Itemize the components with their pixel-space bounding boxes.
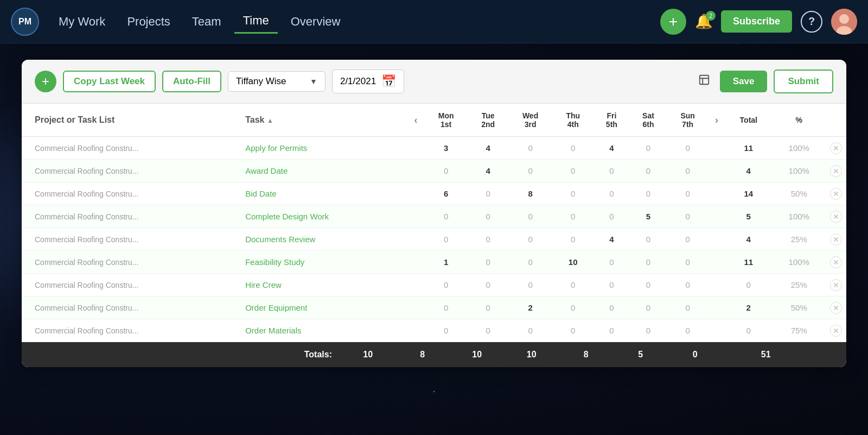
wed-cell[interactable]: 2 — [508, 297, 553, 319]
tue-cell[interactable]: 0 — [468, 297, 508, 319]
thu-cell[interactable]: 0 — [553, 228, 593, 251]
subscribe-button[interactable]: Subscribe — [721, 10, 792, 33]
copy-last-week-button[interactable]: Copy Last Week — [63, 71, 156, 92]
thu-cell[interactable]: 0 — [553, 205, 593, 228]
sun-cell[interactable]: 0 — [667, 228, 709, 251]
remove-row-button[interactable]: ✕ — [830, 211, 842, 223]
task-link[interactable]: Apply for Permits — [245, 143, 307, 153]
remove-row-button[interactable]: ✕ — [830, 188, 842, 200]
task-link[interactable]: Complete Design Work — [245, 212, 329, 221]
nav-link-projects[interactable]: Projects — [118, 10, 178, 33]
sort-arrow-icon[interactable]: ▲ — [267, 117, 273, 124]
sun-cell[interactable]: 0 — [667, 319, 709, 342]
export-button[interactable] — [695, 71, 713, 92]
date-field[interactable]: 2/1/2021 📅 — [332, 70, 404, 93]
thu-cell[interactable]: 10 — [553, 251, 593, 274]
toolbar-add-button[interactable]: + — [35, 71, 56, 92]
sat-cell[interactable]: 0 — [630, 137, 667, 160]
fri-cell[interactable]: 0 — [593, 182, 630, 205]
fri-cell[interactable]: 0 — [593, 274, 630, 297]
mon-cell[interactable]: 0 — [424, 228, 468, 251]
sat-cell[interactable]: 0 — [630, 160, 667, 182]
task-link[interactable]: Hire Crew — [245, 280, 282, 289]
auto-fill-button[interactable]: Auto-Fill — [162, 71, 221, 92]
task-link[interactable]: Bid Date — [245, 189, 277, 198]
wed-cell[interactable]: 0 — [508, 251, 553, 274]
fri-cell[interactable]: 0 — [593, 319, 630, 342]
fri-cell[interactable]: 0 — [593, 251, 630, 274]
app-logo[interactable]: PM — [11, 8, 39, 36]
mon-cell[interactable]: 0 — [424, 297, 468, 319]
tue-cell[interactable]: 0 — [468, 319, 508, 342]
sun-cell[interactable]: 0 — [667, 251, 709, 274]
sat-cell[interactable]: 0 — [630, 182, 667, 205]
remove-row-button[interactable]: ✕ — [830, 256, 842, 268]
task-link[interactable]: Documents Review — [245, 235, 315, 244]
tue-cell[interactable]: 0 — [468, 251, 508, 274]
fri-cell[interactable]: 0 — [593, 297, 630, 319]
wed-cell[interactable]: 0 — [508, 205, 553, 228]
sat-cell[interactable]: 0 — [630, 319, 667, 342]
mon-cell[interactable]: 0 — [424, 205, 468, 228]
tue-cell[interactable]: 0 — [468, 205, 508, 228]
mon-cell[interactable]: 0 — [424, 274, 468, 297]
next-arrow-icon[interactable]: › — [713, 115, 720, 125]
sat-cell[interactable]: 5 — [630, 205, 667, 228]
wed-cell[interactable]: 0 — [508, 319, 553, 342]
task-link[interactable]: Award Date — [245, 166, 288, 175]
thu-cell[interactable]: 0 — [553, 182, 593, 205]
bell-icon[interactable]: 🔔 2 — [695, 13, 712, 30]
remove-row-button[interactable]: ✕ — [830, 302, 842, 314]
fri-cell[interactable]: 0 — [593, 160, 630, 182]
thu-cell[interactable]: 0 — [553, 297, 593, 319]
help-button[interactable]: ? — [801, 11, 822, 33]
submit-button[interactable]: Submit — [774, 70, 833, 93]
thu-cell[interactable]: 0 — [553, 137, 593, 160]
sun-cell[interactable]: 0 — [667, 160, 709, 182]
thu-cell[interactable]: 0 — [553, 274, 593, 297]
add-button[interactable]: + — [660, 9, 686, 35]
remove-row-button[interactable]: ✕ — [830, 325, 842, 337]
nav-link-team[interactable]: Team — [183, 10, 230, 33]
remove-row-button[interactable]: ✕ — [830, 165, 842, 177]
next-nav-header[interactable]: › — [709, 104, 725, 137]
tue-cell[interactable]: 4 — [468, 137, 508, 160]
remove-row-button[interactable]: ✕ — [830, 279, 842, 291]
task-link[interactable]: Feasibility Study — [245, 257, 304, 267]
mon-cell[interactable]: 0 — [424, 160, 468, 182]
tue-cell[interactable]: 0 — [468, 182, 508, 205]
wed-cell[interactable]: 0 — [508, 160, 553, 182]
fri-cell[interactable]: 4 — [593, 137, 630, 160]
mon-cell[interactable]: 0 — [424, 319, 468, 342]
wed-cell[interactable]: 0 — [508, 228, 553, 251]
tue-cell[interactable]: 4 — [468, 160, 508, 182]
sun-cell[interactable]: 0 — [667, 137, 709, 160]
save-button[interactable]: Save — [720, 71, 768, 92]
mon-cell[interactable]: 3 — [424, 137, 468, 160]
sat-cell[interactable]: 0 — [630, 297, 667, 319]
sun-cell[interactable]: 0 — [667, 297, 709, 319]
fri-cell[interactable]: 4 — [593, 228, 630, 251]
fri-cell[interactable]: 0 — [593, 205, 630, 228]
task-link[interactable]: Order Equipment — [245, 303, 307, 312]
thu-cell[interactable]: 0 — [553, 160, 593, 182]
remove-row-button[interactable]: ✕ — [830, 142, 842, 154]
user-selector[interactable]: Tiffany Wise ▼ — [228, 71, 326, 92]
mon-cell[interactable]: 6 — [424, 182, 468, 205]
nav-link-my-work[interactable]: My Work — [50, 10, 114, 33]
wed-cell[interactable]: 8 — [508, 182, 553, 205]
nav-link-time[interactable]: Time — [234, 9, 278, 34]
sat-cell[interactable]: 0 — [630, 251, 667, 274]
sat-cell[interactable]: 0 — [630, 274, 667, 297]
user-avatar[interactable] — [831, 9, 857, 35]
task-link[interactable]: Order Materials — [245, 326, 301, 335]
wed-cell[interactable]: 0 — [508, 274, 553, 297]
prev-arrow-icon[interactable]: ‹ — [412, 115, 420, 125]
tue-cell[interactable]: 0 — [468, 274, 508, 297]
nav-link-overview[interactable]: Overview — [282, 10, 349, 33]
thu-cell[interactable]: 0 — [553, 319, 593, 342]
sun-cell[interactable]: 0 — [667, 274, 709, 297]
sun-cell[interactable]: 0 — [667, 205, 709, 228]
mon-cell[interactable]: 1 — [424, 251, 468, 274]
remove-row-button[interactable]: ✕ — [830, 234, 842, 245]
